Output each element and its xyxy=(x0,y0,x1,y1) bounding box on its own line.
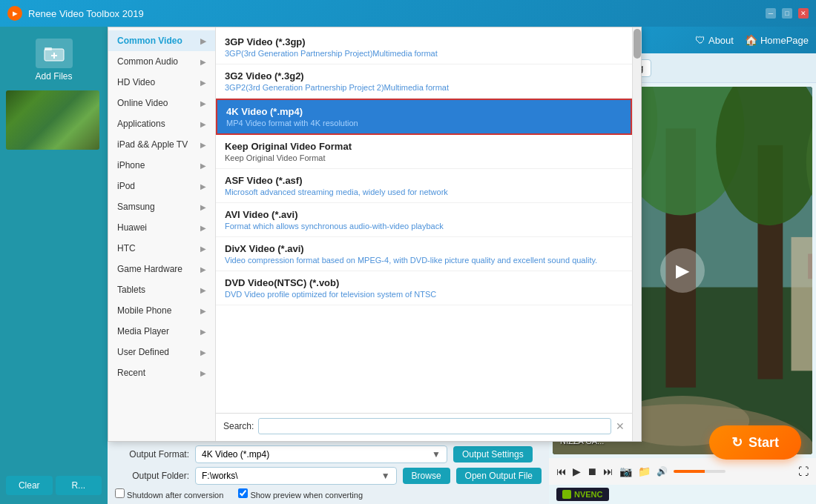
format-3gp[interactable]: 3GP Video (*.3gp) 3GP(3rd Generation Par… xyxy=(216,30,632,64)
left-sidebar: Add Files Clear R... xyxy=(0,27,108,504)
menu-item-ipod[interactable]: iPod ▶ xyxy=(108,176,215,196)
arrow-icon: ▶ xyxy=(200,58,206,66)
menu-item-iphone[interactable]: iPhone ▶ xyxy=(108,155,215,176)
app-title: Renee Video Toolbox 2019 xyxy=(28,8,766,19)
format-asf[interactable]: ASF Video (*.asf) Microsoft advanced str… xyxy=(216,169,632,203)
scrollbar-thumb[interactable] xyxy=(634,29,641,59)
volume-icon: 🔊 xyxy=(657,466,668,477)
arrow-icon: ▶ xyxy=(200,224,206,232)
arrow-icon: ▶ xyxy=(200,99,206,107)
folder-select-arrow-icon: ▼ xyxy=(381,471,390,481)
add-files-label: Add Files xyxy=(35,71,72,82)
open-output-button[interactable]: Open Output File xyxy=(456,468,542,484)
menu-item-hd-video[interactable]: HD Video ▶ xyxy=(108,72,215,93)
window-controls: ─ □ ✕ xyxy=(766,8,809,19)
arrow-icon: ▶ xyxy=(200,141,206,149)
format-dvd-ntsc[interactable]: DVD Video(NTSC) (*.vob) DVD Video profil… xyxy=(216,271,632,305)
homepage-link[interactable]: 🏠 HomePage xyxy=(745,34,809,46)
arrow-icon: ▶ xyxy=(200,162,206,170)
add-files-button[interactable]: Add Files xyxy=(0,33,108,87)
arrow-icon: ▶ xyxy=(200,245,206,253)
search-clear-icon[interactable]: ✕ xyxy=(616,420,625,432)
format-category-menu: Common Video ▶ Common Audio ▶ HD Video ▶ xyxy=(108,27,216,441)
menu-item-samsung[interactable]: Samsung ▶ xyxy=(108,196,215,217)
bottom-checkboxes: Shutdown after conversion Show preview w… xyxy=(115,488,542,500)
minimize-btn[interactable]: ─ xyxy=(766,8,776,19)
thumbnail-image xyxy=(6,90,99,150)
format-scrollbar[interactable] xyxy=(632,27,641,441)
browse-button[interactable]: Browse xyxy=(403,468,450,484)
close-btn[interactable]: ✕ xyxy=(798,8,809,19)
arrow-icon: ▶ xyxy=(200,369,206,377)
arrow-icon: ▶ xyxy=(200,182,206,190)
menu-item-mobile-phone[interactable]: Mobile Phone ▶ xyxy=(108,300,215,321)
arrow-icon: ▶ xyxy=(200,307,206,315)
volume-slider[interactable] xyxy=(674,470,725,473)
arrow-icon: ▶ xyxy=(200,37,206,45)
add-files-icon xyxy=(36,39,73,68)
home-icon: 🏠 xyxy=(745,34,757,46)
output-format-select[interactable]: 4K Video (*.mp4) ▼ xyxy=(195,445,447,463)
app-logo: ▶ xyxy=(7,6,22,21)
menu-item-huawei[interactable]: Huawei ▶ xyxy=(108,217,215,238)
menu-item-game-hardware[interactable]: Game Hardware ▶ xyxy=(108,259,215,279)
clear-button[interactable]: Clear xyxy=(6,476,53,495)
video-play-button[interactable]: ▶ xyxy=(660,248,705,293)
skip-back-button[interactable]: ⏮ xyxy=(556,465,567,477)
menu-item-user-defined[interactable]: User Defined ▶ xyxy=(108,342,215,362)
output-folder-row: Output Folder: F:\works\ ▼ Browse Open O… xyxy=(115,467,542,485)
start-button[interactable]: ↻ Start xyxy=(709,425,801,460)
sidebar-action-buttons: Clear R... xyxy=(0,473,108,498)
format-keep-original[interactable]: Keep Original Video Format Keep Original… xyxy=(216,135,632,169)
shutdown-checkbox-label[interactable]: Shutdown after conversion xyxy=(115,488,223,500)
menu-item-htc[interactable]: HTC ▶ xyxy=(108,238,215,259)
arrow-icon: ▶ xyxy=(200,120,206,128)
stop-button[interactable]: ⏹ xyxy=(587,465,597,477)
output-folder-input[interactable]: F:\works\ ▼ xyxy=(195,467,397,485)
select-arrow-icon: ▼ xyxy=(432,449,441,460)
start-icon: ↻ xyxy=(731,434,743,451)
svg-rect-23 xyxy=(808,253,812,279)
menu-item-tablets[interactable]: Tablets ▶ xyxy=(108,279,215,300)
menu-item-media-player[interactable]: Media Player ▶ xyxy=(108,321,215,342)
menu-item-common-audio[interactable]: Common Audio ▶ xyxy=(108,51,215,72)
format-dropdown: Common Video ▶ Common Audio ▶ HD Video ▶ xyxy=(108,27,642,442)
search-label: Search: xyxy=(223,421,254,431)
skip-forward-button[interactable]: ⏭ xyxy=(603,465,613,477)
r-button[interactable]: R... xyxy=(56,476,102,495)
content-area: Common Video ▶ Common Audio ▶ HD Video ▶ xyxy=(108,27,549,504)
arrow-icon: ▶ xyxy=(200,265,206,273)
play-button[interactable]: ▶ xyxy=(573,465,581,477)
output-settings-button[interactable]: Output Settings xyxy=(453,446,533,462)
output-format-row: Output Format: 4K Video (*.mp4) ▼ Output… xyxy=(115,445,542,463)
menu-item-common-video[interactable]: Common Video ▶ xyxy=(108,30,215,51)
arrow-icon: ▶ xyxy=(200,79,206,87)
format-list: 3GP Video (*.3gp) 3GP(3rd Generation Par… xyxy=(216,27,632,413)
svg-rect-1 xyxy=(45,47,52,50)
menu-item-applications[interactable]: Applications ▶ xyxy=(108,113,215,134)
about-icon: 🛡 xyxy=(695,34,705,46)
folder-button[interactable]: 📁 xyxy=(638,465,651,477)
format-divx[interactable]: DivX Video (*.avi) Video compression for… xyxy=(216,237,632,271)
screenshot-button[interactable]: 📷 xyxy=(619,465,632,477)
arrow-icon: ▶ xyxy=(200,328,206,336)
format-avi[interactable]: AVI Video (*.avi) Format which allows sy… xyxy=(216,203,632,237)
video-controls: ⏮ ▶ ⏹ ⏭ 📷 📁 🔊 ⛶ xyxy=(549,458,816,485)
menu-item-recent[interactable]: Recent ▶ xyxy=(108,362,215,383)
preview-checkbox-label[interactable]: Show preview when converting xyxy=(238,488,363,500)
nvenc-badge: NVENC xyxy=(556,488,609,501)
preview-checkbox[interactable] xyxy=(238,488,248,498)
menu-item-ipad-apple-tv[interactable]: iPad && Apple TV ▶ xyxy=(108,134,215,155)
arrow-icon: ▶ xyxy=(200,203,206,211)
format-search-bar: Search: ✕ xyxy=(216,413,632,439)
fullscreen-button[interactable]: ⛶ xyxy=(798,465,809,477)
maximize-btn[interactable]: □ xyxy=(782,8,792,19)
search-input[interactable] xyxy=(258,418,611,434)
format-3g2[interactable]: 3G2 Video (*.3g2) 3GP2(3rd Generation Pa… xyxy=(216,64,632,99)
output-folder-label: Output Folder: xyxy=(115,471,189,481)
shutdown-checkbox[interactable] xyxy=(115,488,125,498)
format-4k-mp4[interactable]: 4K Video (*.mp4) MP4 Video format with 4… xyxy=(216,99,632,135)
menu-item-online-video[interactable]: Online Video ▶ xyxy=(108,93,215,113)
arrow-icon: ▶ xyxy=(200,348,206,357)
about-link[interactable]: 🛡 About xyxy=(695,34,734,46)
